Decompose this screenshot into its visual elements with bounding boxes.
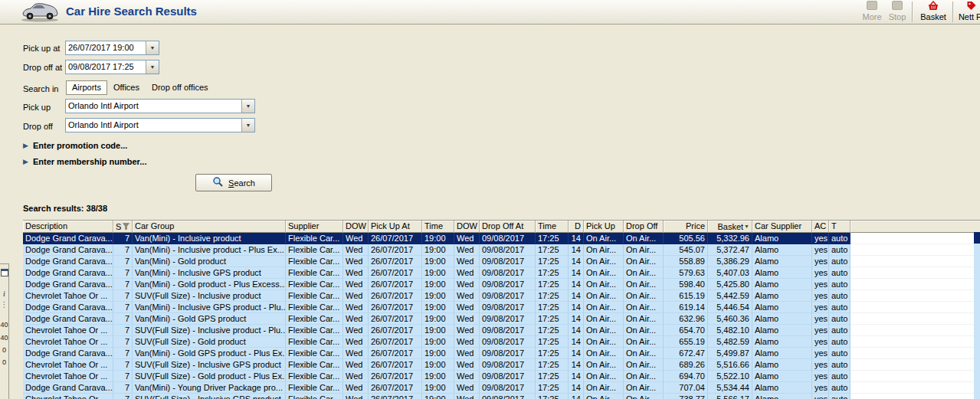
column-header-8-drop-off-at[interactable]: Drop Off At xyxy=(480,221,536,233)
table-cell: 17:25 xyxy=(536,302,569,313)
table-cell: On Air... xyxy=(624,302,664,313)
dropoff-at-dropdown-icon[interactable]: ▼ xyxy=(146,61,159,74)
table-cell: auto xyxy=(829,233,851,244)
table-row[interactable]: Chevrolet Tahoe Or ...7SUV(Full Size) - … xyxy=(23,371,980,382)
table-cell: Dodge Grand Carava... xyxy=(23,244,113,256)
car-hire-window: Car Hire Search Results More Stop Basket xyxy=(0,0,980,399)
dropoff-at-field[interactable]: 09/08/2017 17:25 ▼ xyxy=(65,60,159,74)
table-cell: 26/07/2017 xyxy=(369,336,422,348)
table-row[interactable]: Dodge Grand Carava...7Van(Mini) - Inclus… xyxy=(23,244,980,256)
table-cell: Wed xyxy=(454,394,480,399)
magnifier-icon xyxy=(212,176,224,189)
column-header-10-d[interactable]: D xyxy=(569,221,584,233)
table-row[interactable]: Dodge Grand Carava...7Van(Mini) - Inclus… xyxy=(23,302,980,313)
table-cell: Wed xyxy=(343,233,369,244)
basket-icon xyxy=(928,1,939,12)
pickup-at-field[interactable]: 26/07/2017 19:00 ▼ xyxy=(65,41,159,55)
dropoff-location-dropdown-icon[interactable]: ▼ xyxy=(241,119,254,132)
column-header-0-description[interactable]: Description xyxy=(23,221,113,233)
pickup-at-label: Pick up at xyxy=(23,44,60,53)
table-cell: SUV(Full Size) - Inclusive GPS product xyxy=(133,359,286,371)
filter-funnel-icon xyxy=(123,221,129,232)
table-row[interactable]: Dodge Grand Carava...7Van(Mini) - Inclus… xyxy=(23,267,980,279)
row-filler xyxy=(851,336,980,348)
table-row[interactable]: Dodge Grand Carava...7Van(Mini) - Gold p… xyxy=(23,256,980,267)
table-row[interactable]: Chevrolet Tahoe Or ...7SUV(Full Size) - … xyxy=(23,325,980,336)
table-row[interactable]: Dodge Grand Carava...7Van(Mini) - Young … xyxy=(23,382,980,394)
table-cell: Wed xyxy=(343,371,369,382)
table-row[interactable]: Dodge Grand Carava...7Van(Mini) - Inclus… xyxy=(23,233,980,244)
pickup-location-dropdown-icon[interactable]: ▼ xyxy=(241,100,254,113)
table-cell: yes xyxy=(812,336,829,348)
table-cell: 558.89 xyxy=(664,256,708,267)
table-cell: Wed xyxy=(343,290,369,302)
tab-dropoff-offices[interactable]: Drop off offices xyxy=(146,80,215,95)
table-cell: On Air... xyxy=(584,302,624,313)
table-cell: yes xyxy=(812,267,829,279)
edge-strip-segment xyxy=(974,370,980,381)
table-row[interactable]: Dodge Grand Carava...7Van(Mini) - Gold G… xyxy=(23,313,980,325)
edge-strip xyxy=(974,232,980,399)
table-cell: 26/07/2017 xyxy=(369,290,422,302)
table-row[interactable]: Chevrolet Tahoe Or ...7SUV(Full Size) - … xyxy=(23,336,980,348)
table-cell: Dodge Grand Carava... xyxy=(23,256,113,267)
column-header-12-drop-off[interactable]: Drop Off xyxy=(624,221,664,233)
column-header-2-car-group[interactable]: Car Group xyxy=(133,221,286,233)
table-cell: 5,516.66 xyxy=(708,359,752,371)
pickup-at-dropdown-icon[interactable]: ▼ xyxy=(146,41,159,54)
edge-strip-segment xyxy=(974,347,980,358)
promotion-code-expander[interactable]: ▶ Enter promotion code... xyxy=(23,141,127,150)
column-header-5-pick-up-at[interactable]: Pick Up At xyxy=(369,221,422,233)
table-row[interactable]: Dodge Grand Carava...7Van(Mini) - Gold p… xyxy=(23,279,980,290)
table-row[interactable]: Chevrolet Tahoe Or ...7SUV(Full Size) - … xyxy=(23,290,980,302)
expander-arrow-icon: ▶ xyxy=(23,142,28,149)
toolbar-separator xyxy=(952,2,953,22)
column-header-7-dow[interactable]: DOW xyxy=(454,221,480,233)
column-header-15-car-supplier[interactable]: Car Supplier xyxy=(752,221,812,233)
row-filler xyxy=(851,359,980,371)
membership-number-expander[interactable]: ▶ Enter membership number... xyxy=(23,157,146,166)
table-cell: auto xyxy=(829,382,851,394)
table-cell: 09/08/2017 xyxy=(480,290,536,302)
column-header-17-t[interactable]: T xyxy=(829,221,851,233)
dropoff-location-combo[interactable]: Orlando Intl Airport ▼ xyxy=(65,118,255,132)
table-cell: SUV(Full Size) - Inclusive product xyxy=(133,290,286,302)
table-cell: 17:25 xyxy=(536,394,569,399)
table-cell: Flexible Car... xyxy=(286,359,343,371)
column-header-14-basket[interactable]: Basket▼ xyxy=(708,221,752,233)
column-header-1-s[interactable]: S xyxy=(113,221,133,233)
pickup-location-combo[interactable]: Orlando Intl Airport ▼ xyxy=(65,99,255,113)
table-row[interactable]: Dodge Grand Carava...7Van(Mini) - Gold G… xyxy=(23,348,980,359)
table-cell: On Air... xyxy=(584,244,624,256)
edge-strip-segment xyxy=(974,267,980,278)
column-header-4-dow[interactable]: DOW xyxy=(343,221,369,233)
table-cell: 19:00 xyxy=(422,394,454,399)
table-cell: Alamo xyxy=(752,336,812,348)
left-strip-fragment: i xyxy=(0,290,8,298)
nett-price-button[interactable]: Nett Pr xyxy=(955,0,980,24)
column-header-9-time[interactable]: Time xyxy=(536,221,569,233)
table-row[interactable]: Chevrolet Tahoe Or ...7SUV(Full Size) - … xyxy=(23,359,980,371)
column-header-6-time[interactable]: Time xyxy=(422,221,454,233)
table-cell: Wed xyxy=(454,348,480,359)
column-header-13-price[interactable]: Price xyxy=(664,221,708,233)
search-button[interactable]: Search xyxy=(195,174,272,191)
tab-airports[interactable]: Airports xyxy=(66,80,107,95)
table-cell: Dodge Grand Carava... xyxy=(23,267,113,279)
table-cell: Flexible Car... xyxy=(286,313,343,325)
table-cell: auto xyxy=(829,244,851,256)
row-filler xyxy=(851,394,980,399)
table-cell: 26/07/2017 xyxy=(369,267,422,279)
table-cell: Alamo xyxy=(752,359,812,371)
table-cell: 14 xyxy=(569,359,584,371)
table-row[interactable]: Chevrolet Tahoe Or ...7SUV(Full Size) - … xyxy=(23,394,980,399)
column-header-16-ac[interactable]: AC xyxy=(812,221,829,233)
table-cell: 5,499.87 xyxy=(708,348,752,359)
basket-button[interactable]: Basket xyxy=(916,0,950,24)
table-cell: Flexible Car... xyxy=(286,336,343,348)
table-cell: 14 xyxy=(569,233,584,244)
column-header-11-pick-up[interactable]: Pick Up xyxy=(584,221,624,233)
tab-offices[interactable]: Offices xyxy=(107,80,146,95)
car-icon xyxy=(20,2,60,24)
column-header-3-supplier[interactable]: Supplier xyxy=(286,221,343,233)
